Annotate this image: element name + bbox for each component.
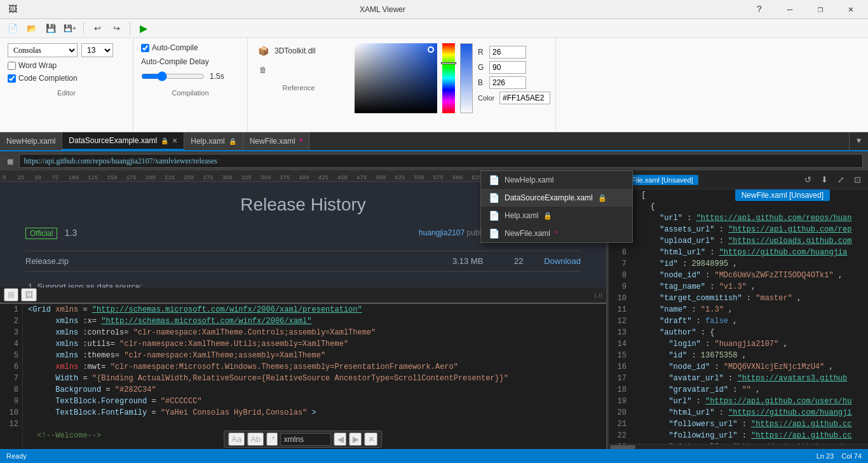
tab-new-help-label: NewHelp.xaml — [6, 137, 55, 146]
json-user-html-url-link[interactable]: "https://github.com/huangji — [728, 408, 851, 417]
code-line-11 — [28, 418, 601, 430]
link-xmlns-presentation[interactable]: "http://schemas.microsoft.com/winfx/2006… — [92, 305, 362, 314]
color-alpha-bar[interactable] — [460, 43, 473, 113]
address-input[interactable] — [19, 154, 863, 168]
status-right: Ln 23 Col 74 — [817, 452, 862, 460]
color-hue-bar[interactable] — [442, 43, 455, 113]
help-lock-icon: 🔒 — [229, 138, 236, 145]
regex-button[interactable]: .* — [266, 432, 278, 446]
reference-item-3dtoolkit[interactable]: 📦 3DToolkit.dll — [255, 43, 342, 59]
r-input[interactable] — [489, 46, 526, 59]
close-button[interactable]: ✕ — [836, 0, 865, 19]
maximize-button[interactable]: ❐ — [806, 0, 835, 19]
json-line-5: 5 "upload_url" : "https://uploads.github… — [614, 235, 863, 247]
tab-help-label: Help.xaml — [191, 137, 224, 146]
json-assets-url-link[interactable]: "https://api.github.com/rep — [728, 225, 851, 234]
settings-panel: Consolas 13 Word Wrap Code Completion Ed… — [0, 38, 868, 132]
auto-compile-checkbox-label[interactable]: Auto-Compile — [141, 43, 240, 52]
json-upload-url-link[interactable]: "https://uploads.github.com — [728, 237, 851, 245]
code-line-6: xmlns :mwt= "clr-namespace:Microsoft.Win… — [28, 361, 601, 373]
tab-datasource[interactable]: DataSourceExample.xaml 🔒 × — [62, 132, 184, 150]
save-all-button[interactable]: 💾+ — [62, 21, 78, 36]
search-input[interactable] — [281, 433, 332, 446]
line-numbers: 1 2 3 4 5 6 7 8 9 10 12 — [0, 304, 23, 449]
help-button[interactable]: ? — [745, 0, 774, 19]
search-close-button[interactable]: ✕ — [365, 432, 378, 446]
tab-new-file[interactable]: NewFile.xaml * — [243, 132, 309, 150]
word-wrap-checkbox-label[interactable]: Word Wrap — [8, 61, 125, 70]
json-user-url-link[interactable]: "https://api.github.com/users/hu — [705, 397, 851, 406]
json-line-10: 10 "target_commitish" : "master" , — [614, 293, 863, 304]
dropdown-item-help[interactable]: 📄 Help.xaml 🔒 — [481, 207, 632, 225]
ruler-mark: 350 — [261, 175, 271, 181]
color-picker-handle[interactable] — [428, 46, 434, 53]
image-view-button[interactable]: 🖼 — [21, 288, 37, 301]
dll-icon: 📦 — [255, 43, 271, 59]
whole-word-button[interactable]: Ab — [247, 432, 264, 446]
compilation-section: Auto-Compile Auto-Compile Delay 1.5s Com… — [133, 38, 248, 132]
address-bar: ▦ — [0, 151, 868, 170]
g-input[interactable] — [489, 61, 526, 74]
ref-delete-button[interactable]: 🗑 — [255, 62, 271, 78]
font-family-select[interactable]: Consolas — [8, 43, 78, 57]
dropdown-item-new-file[interactable]: 📄 NewFile.xaml * — [481, 225, 632, 242]
color-hue-indicator — [441, 62, 456, 64]
json-content[interactable]: 1 [ 2 { 3 "url" : "https://api.github.co… — [609, 190, 868, 444]
auto-compile-checkbox[interactable] — [141, 44, 149, 52]
di-icon-help: 📄 — [489, 211, 499, 221]
auto-compile-label: Auto-Compile — [152, 43, 198, 52]
dropdown-item-datasource[interactable]: 📄 DataSourceExample.xaml 🔒 — [481, 189, 632, 207]
link-xmlns-x[interactable]: "http://schemas.microsoft.com/winfx/2006… — [101, 317, 311, 326]
color-hex-input[interactable] — [499, 92, 550, 104]
json-url-link-1[interactable]: "https://api.github.com/repos/huan — [696, 214, 852, 223]
search-next-button[interactable]: ▶ — [349, 432, 362, 446]
run-button[interactable]: ▶ — [136, 21, 151, 36]
line-num: 6 — [0, 361, 18, 373]
json-avatar-url-link[interactable]: "https://avatars3.github — [737, 374, 847, 383]
toggle-view-button[interactable]: ⊞ — [4, 288, 18, 301]
tab-help[interactable]: Help.xaml 🔒 — [184, 132, 243, 150]
code-content[interactable]: <Grid xmlns = "http://schemas.microsoft.… — [23, 304, 606, 449]
redo-button[interactable]: ↪ — [109, 21, 124, 36]
color-gradient[interactable] — [355, 43, 437, 113]
minimize-button[interactable]: — — [775, 0, 804, 19]
ruler-mark: 150 — [107, 175, 117, 181]
asset-row: Release.zip 3.13 MB 22 Download — [25, 251, 581, 272]
code-completion-checkbox[interactable] — [8, 74, 16, 83]
tab-new-help[interactable]: NewHelp.xaml — [0, 132, 62, 150]
di-icon-new-file: 📄 — [489, 228, 499, 238]
code-line-1: <Grid xmlns = "http://schemas.microsoft.… — [28, 304, 601, 315]
b-input[interactable] — [489, 76, 526, 89]
preview-toolbar: ⊞ 🖼 1.0 — [0, 287, 606, 303]
match-case-button[interactable]: Aa — [228, 432, 245, 446]
ruler-mark: 600 — [452, 175, 463, 181]
editor-section-title: Editor — [8, 86, 125, 97]
delay-slider[interactable] — [141, 71, 205, 81]
word-wrap-checkbox[interactable] — [8, 62, 16, 70]
json-line-4: 4 "assets_url" : "https://api.github.com… — [614, 224, 863, 235]
dropdown-item-new-help[interactable]: 📄 NewHelp.xaml — [481, 171, 632, 189]
json-followers-url-link[interactable]: "https://api.github.cc — [751, 420, 851, 429]
open-button[interactable]: 📂 — [24, 21, 39, 36]
expand-button[interactable]: ⤢ — [834, 173, 848, 187]
save-button[interactable]: 💾 — [43, 21, 58, 36]
ruler-mark: 200 — [146, 175, 156, 181]
asset-download-link[interactable]: Download — [544, 256, 581, 266]
new-file-button[interactable]: 📄 — [5, 21, 20, 36]
toolbar-separator-2 — [130, 22, 130, 35]
h-scrollbar-thumb[interactable] — [610, 445, 635, 449]
json-html-url-link[interactable]: "https://github.com/huangjia — [719, 248, 848, 257]
search-prev-button[interactable]: ◀ — [334, 432, 347, 446]
code-completion-checkbox-label[interactable]: Code Completion — [8, 74, 125, 83]
undo-button[interactable]: ↩ — [90, 21, 105, 36]
di-icon-datasource: 📄 — [489, 193, 499, 203]
unsaved-indicator: * — [299, 136, 302, 146]
tab-dropdown-button[interactable]: ▼ — [849, 132, 868, 150]
tab-datasource-close[interactable]: × — [172, 136, 177, 145]
json-following-url-link[interactable]: "https://api.github.cc — [751, 431, 851, 440]
refresh-button[interactable]: ↺ — [801, 173, 815, 187]
h-scrollbar[interactable] — [609, 444, 868, 449]
download-button[interactable]: ⬇ — [817, 173, 831, 187]
collapse-button[interactable]: ⊡ — [850, 173, 864, 187]
font-size-select[interactable]: 13 — [81, 43, 113, 57]
